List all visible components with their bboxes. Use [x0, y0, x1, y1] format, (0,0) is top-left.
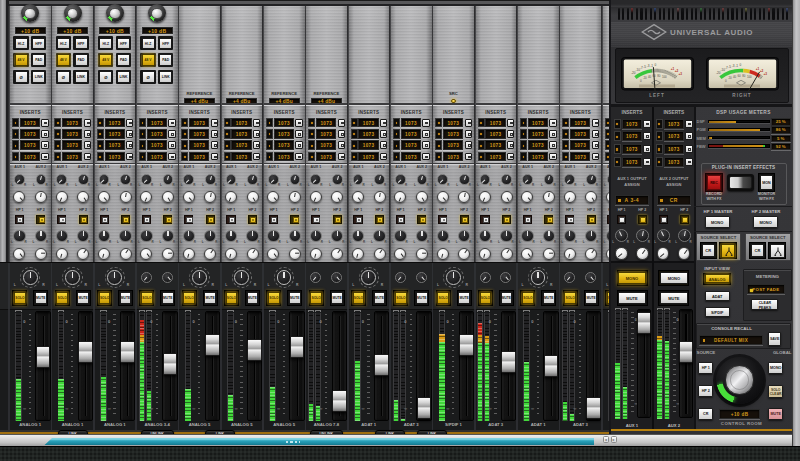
svg-text:20: 20	[643, 76, 647, 80]
svg-text:60: 60	[737, 74, 741, 78]
svg-text:80: 80	[742, 74, 746, 78]
svg-text:40: 40	[647, 74, 651, 78]
svg-text:80: 80	[657, 74, 661, 78]
svg-text:+3: +3	[763, 72, 767, 76]
svg-text:0: 0	[739, 63, 741, 67]
svg-text:100: 100	[746, 75, 751, 79]
svg-text:0: 0	[654, 63, 656, 67]
svg-text:100: 100	[661, 75, 666, 79]
svg-text:-1: -1	[735, 63, 738, 67]
svg-text:-1: -1	[650, 63, 653, 67]
svg-text:+3: +3	[678, 72, 682, 76]
svg-text:40: 40	[732, 74, 736, 78]
svg-text:20: 20	[728, 76, 732, 80]
